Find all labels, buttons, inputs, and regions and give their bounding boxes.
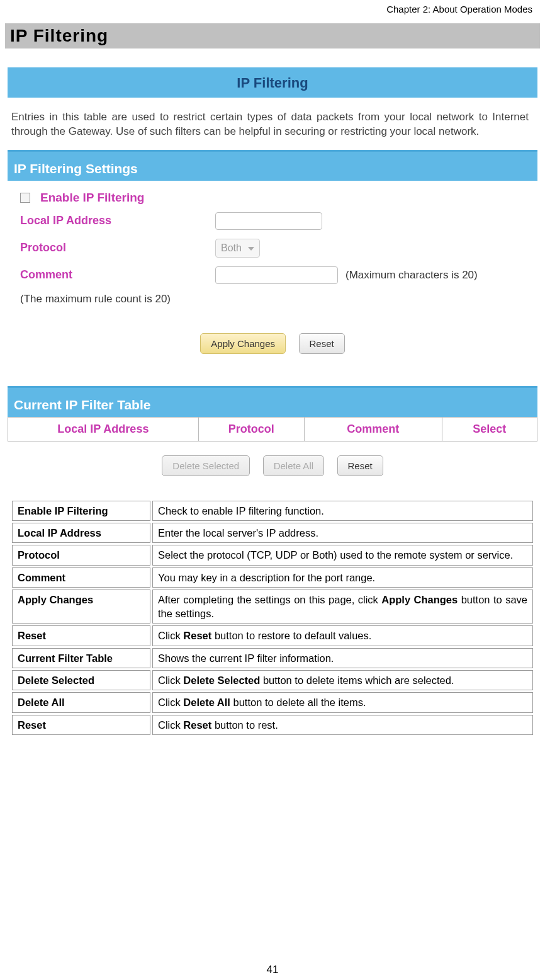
enable-ip-filtering-label: Enable IP Filtering — [40, 191, 144, 205]
desc-key: Comment — [12, 567, 150, 588]
desc-value: Click Delete All button to delete all th… — [152, 692, 533, 712]
table-row: ResetClick Reset button to restore to de… — [12, 625, 533, 646]
settings-section-bar: IP Filtering Settings — [8, 152, 537, 181]
desc-key: Protocol — [12, 545, 150, 565]
desc-value: Enter the local server's IP address. — [152, 523, 533, 543]
table-row: Delete AllClick Delete All button to del… — [12, 692, 533, 712]
table-row: Apply ChangesAfter completing the settin… — [12, 590, 533, 624]
description-table: Enable IP FilteringCheck to enable IP fi… — [10, 499, 535, 737]
router-screenshot: IP Filtering Entries in this table are u… — [8, 67, 537, 489]
protocol-select[interactable]: Both — [215, 239, 260, 258]
delete-selected-button[interactable]: Delete Selected — [162, 455, 250, 476]
rule-count-note: (The maximum rule count is 20) — [20, 293, 525, 305]
delete-all-button[interactable]: Delete All — [263, 455, 324, 476]
ip-filter-table: Local IP Address Protocol Comment Select — [8, 417, 537, 442]
desc-value: You may key in a description for the por… — [152, 567, 533, 588]
desc-value: Shows the current IP filter information. — [152, 648, 533, 668]
desc-key: Enable IP Filtering — [12, 501, 150, 521]
filter-table-section-bar: Current IP Filter Table — [8, 388, 537, 417]
comment-input[interactable] — [215, 266, 338, 284]
desc-value: Select the protocol (TCP, UDP or Both) u… — [152, 545, 533, 565]
page-title: IP Filtering — [5, 23, 540, 48]
desc-value: Check to enable IP filtering function. — [152, 501, 533, 521]
comment-label: Comment — [20, 268, 215, 282]
router-panel-title: IP Filtering — [8, 67, 537, 98]
protocol-select-value: Both — [221, 242, 242, 254]
desc-key: Reset — [12, 625, 150, 646]
desc-value: Click Reset button to rest. — [152, 715, 533, 735]
col-comment: Comment — [304, 417, 442, 441]
apply-changes-button[interactable]: Apply Changes — [200, 333, 286, 354]
desc-key: Apply Changes — [12, 590, 150, 624]
desc-key: Current Filter Table — [12, 648, 150, 668]
local-ip-input[interactable] — [215, 212, 322, 230]
enable-ip-filtering-checkbox[interactable] — [20, 193, 30, 203]
col-protocol: Protocol — [198, 417, 304, 441]
chapter-header: Chapter 2: About Operation Modes — [5, 0, 540, 23]
page-number: 41 — [5, 964, 540, 980]
table-row: ResetClick Reset button to rest. — [12, 715, 533, 735]
local-ip-label: Local IP Address — [20, 214, 215, 227]
reset-button[interactable]: Reset — [299, 333, 345, 354]
col-local-ip: Local IP Address — [8, 417, 199, 441]
col-select: Select — [442, 417, 537, 441]
desc-key: Reset — [12, 715, 150, 735]
desc-value: Click Delete Selected button to delete i… — [152, 670, 533, 690]
desc-value: After completing the settings on this pa… — [152, 590, 533, 624]
desc-value: Click Reset button to restore to default… — [152, 625, 533, 646]
table-row: Enable IP FilteringCheck to enable IP fi… — [12, 501, 533, 521]
protocol-label: Protocol — [20, 241, 215, 254]
table-row: CommentYou may key in a description for … — [12, 567, 533, 588]
desc-key: Delete All — [12, 692, 150, 712]
router-panel-description: Entries in this table are used to restri… — [8, 98, 537, 152]
table-row: Current Filter TableShows the current IP… — [12, 648, 533, 668]
table-row: Delete SelectedClick Delete Selected but… — [12, 670, 533, 690]
desc-key: Local IP Address — [12, 523, 150, 543]
reset-table-button[interactable]: Reset — [337, 455, 383, 476]
table-row: Local IP AddressEnter the local server's… — [12, 523, 533, 543]
table-row: ProtocolSelect the protocol (TCP, UDP or… — [12, 545, 533, 565]
comment-hint: (Maximum characters is 20) — [346, 269, 478, 282]
desc-key: Delete Selected — [12, 670, 150, 690]
